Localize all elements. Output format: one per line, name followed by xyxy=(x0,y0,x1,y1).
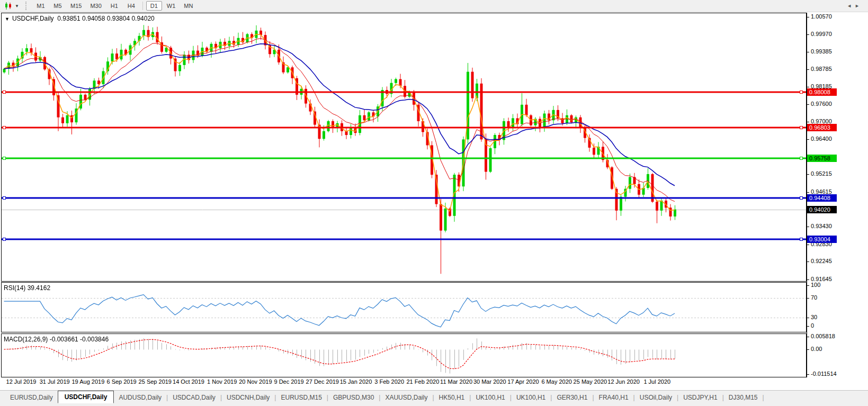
axis-tick xyxy=(807,87,809,87)
rsi-axis-label: 30 xyxy=(811,314,817,320)
date-axis-label: 14 Oct 2019 xyxy=(173,378,204,385)
date-axis-label: 15 Jan 2020 xyxy=(340,378,372,385)
timeframe-buttons: M1M5M15M30H1H4D1W1MN xyxy=(32,1,197,11)
price-axis-label: 0.92245 xyxy=(811,258,832,264)
timeframe-button-d1[interactable]: D1 xyxy=(146,1,162,11)
date-axis-label: 19 Aug 2019 xyxy=(71,378,104,385)
date-axis-label: 3 Feb 2020 xyxy=(374,378,404,385)
timeframe-button-m30[interactable]: M30 xyxy=(86,1,105,11)
hline-price-tag[interactable]: 0.93004 xyxy=(807,236,837,243)
timeframe-button-mn[interactable]: MN xyxy=(180,1,196,11)
rsi-axis-label: 70 xyxy=(811,294,817,301)
hline-price-tag[interactable]: 0.95758 xyxy=(807,155,837,162)
price-axis-label: 0.93430 xyxy=(811,223,832,229)
date-axis-label: 25 Sep 2019 xyxy=(139,378,172,385)
trading-terminal-window: ▼ M1M5M15M30H1H4D1W1MN ▼USDCHF,Daily 0.9… xyxy=(0,0,868,406)
chart-tab-hk50-h1[interactable]: HK50,H1 xyxy=(434,392,470,403)
chart-tab-uk100-h1[interactable]: UK100,H1 xyxy=(512,392,550,403)
price-axis-label: 0.97600 xyxy=(811,101,832,107)
price-axis-label: 0.95215 xyxy=(811,170,832,177)
chart-tab-usdcad-daily[interactable]: USDCAD,Daily xyxy=(168,392,220,403)
date-axis-label: 25 May 2020 xyxy=(574,378,607,385)
candlestick-chart-canvas[interactable] xyxy=(2,13,806,281)
chart-tab-fra40-h1[interactable]: FRA40,H1 xyxy=(594,392,633,403)
chart-tab-usdchf-daily[interactable]: USDCHF,Daily xyxy=(58,391,114,403)
chart-ohlc-values: 0.93851 0.94058 0.93804 0.94020 xyxy=(57,15,155,22)
chart-tab-usdjpy-h1[interactable]: USDJPY,H1 xyxy=(678,392,722,403)
chart-tab-xauusd-daily[interactable]: XAUUSD,Daily xyxy=(380,392,432,403)
macd-indicator-panel[interactable]: MACD(12,26,9) -0.003661 -0.003846 xyxy=(1,333,807,377)
chart-tab-ger30-h1[interactable]: GER30,H1 xyxy=(552,392,592,403)
bottom-strip xyxy=(0,404,868,406)
date-axis-label: 12 Jun 2020 xyxy=(607,378,640,385)
chart-tab-eurusd-m15[interactable]: EURUSD,M15 xyxy=(276,392,326,403)
tab-scroll-left-icon[interactable]: ◄ xyxy=(847,3,855,8)
axis-tick xyxy=(807,122,809,122)
timeframe-button-h1[interactable]: H1 xyxy=(106,1,122,11)
timeframe-toolbar: ▼ M1M5M15M30H1H4D1W1MN xyxy=(0,0,868,12)
timeframe-button-w1[interactable]: W1 xyxy=(163,1,180,11)
axis-tick xyxy=(807,104,809,105)
chart-tab-uk100-h1[interactable]: UK100,H1 xyxy=(471,392,509,403)
axis-tick xyxy=(807,139,809,140)
tab-separator: | xyxy=(763,394,764,401)
tab-scroll-arrows[interactable]: ◄► xyxy=(847,3,863,8)
timeframe-button-m15[interactable]: M15 xyxy=(67,1,85,11)
axis-tick xyxy=(807,34,809,35)
date-axis-label: 30 Mar 2020 xyxy=(473,378,506,385)
axis-tick xyxy=(807,52,809,52)
timeframe-button-h4[interactable]: H4 xyxy=(123,1,139,11)
axis-tick xyxy=(807,245,809,245)
tab-scroll-right-icon[interactable]: ► xyxy=(855,3,863,8)
chart-title: ▼USDCHF,Daily 0.93851 0.94058 0.93804 0.… xyxy=(5,15,155,22)
date-axis-label: 9 Dec 2019 xyxy=(274,378,303,385)
date-axis-label: 6 May 2020 xyxy=(541,378,571,385)
axis-tick xyxy=(807,279,809,280)
timeframe-button-m1[interactable]: M1 xyxy=(33,1,49,11)
rsi-axis-label: 0 xyxy=(811,322,814,329)
axis-tick xyxy=(807,298,809,299)
chart-tab-bar: EURUSD,DailyUSDCHF,DailyAUDUSD,Daily|USD… xyxy=(0,390,868,404)
timeframe-button-m5[interactable]: M5 xyxy=(50,1,66,11)
axis-tick xyxy=(807,285,809,286)
axis-tick xyxy=(807,374,809,375)
rsi-chart-canvas[interactable] xyxy=(2,283,806,332)
price-axis-label: 0.98785 xyxy=(811,66,832,72)
chart-tab-audusd-daily[interactable]: AUDUSD,Daily xyxy=(114,392,166,403)
chart-tab-usoil-daily[interactable]: USOil,Daily xyxy=(635,392,677,403)
axis-tick xyxy=(807,227,809,227)
macd-chart-canvas[interactable] xyxy=(2,334,806,377)
candlestick-chart-icon[interactable] xyxy=(3,1,14,11)
axis-tick xyxy=(807,349,809,350)
axis-tick xyxy=(807,261,809,262)
date-axis[interactable]: 12 Jul 201931 Jul 201919 Aug 20196 Sep 2… xyxy=(0,378,807,386)
axis-tick xyxy=(807,174,809,175)
date-axis-label: 27 Dec 2019 xyxy=(306,378,339,385)
price-axis-label: 0.99970 xyxy=(811,31,832,37)
hline-price-tag[interactable]: 0.96803 xyxy=(807,124,837,131)
macd-axis-label: 0.005818 xyxy=(811,333,835,339)
current-price-tag: 0.94020 xyxy=(807,206,837,213)
rsi-indicator-panel[interactable]: RSI(14) 39.4162 xyxy=(1,282,807,332)
axis-tick xyxy=(807,192,809,193)
hline-price-tag[interactable]: 0.98008 xyxy=(807,88,837,96)
collapse-chart-icon[interactable]: ▼ xyxy=(5,16,10,22)
chart-tab-usdcnh-daily[interactable]: USDCNH,Daily xyxy=(222,392,274,403)
date-axis-label: 1 Jul 2020 xyxy=(643,378,670,385)
macd-axis-label: 0.00 xyxy=(811,346,822,352)
main-chart-panel[interactable]: ▼USDCHF,Daily 0.93851 0.94058 0.93804 0.… xyxy=(1,13,807,282)
date-axis-label: 20 Nov 2019 xyxy=(239,378,272,385)
chart-tab-dj30-m15[interactable]: DJ30,M15 xyxy=(724,392,763,403)
axis-tick xyxy=(807,69,809,70)
hline-price-tag[interactable]: 0.94408 xyxy=(807,194,837,202)
date-axis-label: 31 Jul 2019 xyxy=(40,378,70,385)
toolbar-separator xyxy=(142,2,143,10)
rsi-label: RSI(14) 39.4162 xyxy=(4,284,50,292)
chart-type-dropdown-icon[interactable]: ▼ xyxy=(14,4,20,8)
price-axis-label: 0.96400 xyxy=(811,136,832,142)
toolbar-grip[interactable] xyxy=(25,2,28,10)
price-axis-label: 1.00570 xyxy=(811,13,832,20)
chart-tab-eurusd-daily[interactable]: EURUSD,Daily xyxy=(5,392,58,403)
chart-tab-gbpusd-m30[interactable]: GBPUSD,M30 xyxy=(328,392,379,403)
macd-axis-label: -0.011514 xyxy=(811,371,837,377)
